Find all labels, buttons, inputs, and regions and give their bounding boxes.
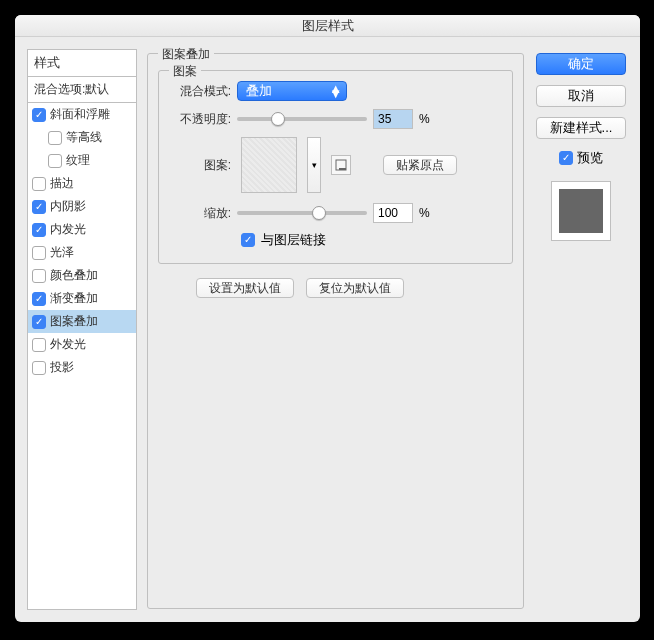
style-checkbox[interactable]: [32, 200, 46, 214]
style-item[interactable]: 斜面和浮雕: [28, 103, 136, 126]
action-panel: 确定 取消 新建样式... 预览: [534, 49, 628, 610]
window-title: 图层样式: [302, 18, 354, 33]
style-item-label: 纹理: [66, 152, 90, 169]
dialog-window: 图层样式 样式 混合选项:默认 斜面和浮雕等高线纹理描边内阴影内发光光泽颜色叠加…: [15, 15, 640, 622]
style-item[interactable]: 光泽: [28, 241, 136, 264]
style-item-label: 描边: [50, 175, 74, 192]
link-with-layer-label: 与图层链接: [261, 231, 326, 249]
scale-row: 缩放: %: [171, 203, 500, 223]
style-item[interactable]: 描边: [28, 172, 136, 195]
style-item-label: 内阴影: [50, 198, 86, 215]
style-checkbox[interactable]: [32, 292, 46, 306]
preview-swatch: [559, 189, 603, 233]
style-item-label: 外发光: [50, 336, 86, 353]
scale-slider[interactable]: [237, 211, 367, 215]
percent-label: %: [419, 206, 430, 220]
opacity-slider-thumb[interactable]: [271, 112, 285, 126]
percent-label: %: [419, 112, 430, 126]
preview-label: 预览: [577, 149, 603, 167]
titlebar: 图层样式: [15, 15, 640, 37]
style-checkbox[interactable]: [32, 269, 46, 283]
opacity-label: 不透明度:: [171, 111, 231, 128]
style-item-label: 内发光: [50, 221, 86, 238]
style-item-label: 颜色叠加: [50, 267, 98, 284]
preview-checkbox[interactable]: [559, 151, 573, 165]
new-preset-button[interactable]: [331, 155, 351, 175]
blend-mode-label: 混合模式:: [171, 83, 231, 100]
style-checkbox[interactable]: [32, 246, 46, 260]
preview-box: [551, 181, 611, 241]
cancel-button[interactable]: 取消: [536, 85, 626, 107]
style-item[interactable]: 图案叠加: [28, 310, 136, 333]
pattern-swatch[interactable]: [241, 137, 297, 193]
style-item-label: 渐变叠加: [50, 290, 98, 307]
style-item[interactable]: 外发光: [28, 333, 136, 356]
style-item[interactable]: 投影: [28, 356, 136, 379]
style-checkbox[interactable]: [32, 108, 46, 122]
pattern-row: 图案: ▾ 贴紧原点: [171, 137, 500, 193]
style-checkbox[interactable]: [32, 361, 46, 375]
opacity-slider[interactable]: [237, 117, 367, 121]
group-title: 图案: [169, 63, 201, 80]
section-title: 图案叠加: [158, 46, 214, 63]
scale-input[interactable]: [373, 203, 413, 223]
style-list: 斜面和浮雕等高线纹理描边内阴影内发光光泽颜色叠加渐变叠加图案叠加外发光投影: [28, 103, 136, 609]
style-checkbox[interactable]: [32, 315, 46, 329]
style-item-label: 等高线: [66, 129, 102, 146]
pattern-overlay-section: 图案叠加 图案 混合模式: 叠加 ▲▼ 不透明度:: [147, 53, 524, 609]
link-row: 与图层链接: [241, 231, 500, 249]
new-style-button[interactable]: 新建样式...: [536, 117, 626, 139]
blend-mode-select[interactable]: 叠加 ▲▼: [237, 81, 347, 101]
ok-button[interactable]: 确定: [536, 53, 626, 75]
style-checkbox[interactable]: [32, 177, 46, 191]
styles-panel: 样式 混合选项:默认 斜面和浮雕等高线纹理描边内阴影内发光光泽颜色叠加渐变叠加图…: [27, 49, 137, 610]
style-item-label: 光泽: [50, 244, 74, 261]
snap-origin-button[interactable]: 贴紧原点: [383, 155, 457, 175]
opacity-row: 不透明度: %: [171, 109, 500, 129]
svg-rect-1: [339, 168, 346, 170]
style-checkbox[interactable]: [48, 154, 62, 168]
style-checkbox[interactable]: [48, 131, 62, 145]
style-item[interactable]: 渐变叠加: [28, 287, 136, 310]
content: 样式 混合选项:默认 斜面和浮雕等高线纹理描边内阴影内发光光泽颜色叠加渐变叠加图…: [15, 37, 640, 622]
make-default-button[interactable]: 设置为默认值: [196, 278, 294, 298]
new-preset-icon: [335, 159, 347, 171]
blend-options-header[interactable]: 混合选项:默认: [28, 77, 136, 103]
style-item[interactable]: 等高线: [28, 126, 136, 149]
pattern-label: 图案:: [171, 157, 231, 174]
style-item-label: 投影: [50, 359, 74, 376]
style-checkbox[interactable]: [32, 338, 46, 352]
style-item[interactable]: 内阴影: [28, 195, 136, 218]
reset-default-button[interactable]: 复位为默认值: [306, 278, 404, 298]
defaults-buttons: 设置为默认值 复位为默认值: [196, 278, 513, 298]
style-item[interactable]: 纹理: [28, 149, 136, 172]
scale-slider-thumb[interactable]: [312, 206, 326, 220]
style-item-label: 图案叠加: [50, 313, 98, 330]
style-checkbox[interactable]: [32, 223, 46, 237]
scale-label: 缩放:: [171, 205, 231, 222]
pattern-group: 图案 混合模式: 叠加 ▲▼ 不透明度:: [158, 70, 513, 264]
blend-mode-row: 混合模式: 叠加 ▲▼: [171, 81, 500, 101]
chevron-updown-icon: ▲▼: [329, 86, 342, 96]
opacity-input[interactable]: [373, 109, 413, 129]
style-item[interactable]: 颜色叠加: [28, 264, 136, 287]
blend-mode-value: 叠加: [246, 82, 272, 100]
main-panel: 图案叠加 图案 混合模式: 叠加 ▲▼ 不透明度:: [147, 49, 524, 610]
styles-header[interactable]: 样式: [28, 50, 136, 77]
preview-row: 预览: [559, 149, 603, 167]
link-with-layer-checkbox[interactable]: [241, 233, 255, 247]
style-item-label: 斜面和浮雕: [50, 106, 110, 123]
pattern-dropdown-button[interactable]: ▾: [307, 137, 321, 193]
style-item[interactable]: 内发光: [28, 218, 136, 241]
